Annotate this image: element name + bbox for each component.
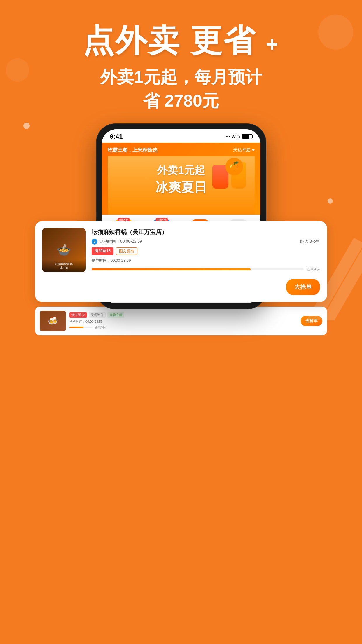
status-bar: 9:41 ▪▪▪ WiFi (102, 129, 260, 143)
progress-bar (92, 268, 304, 270)
app-header-banner: 吃霸王餐，上米粒甄选 天钻华庭 外卖1元起 冰爽夏日 (102, 143, 260, 215)
status-time: 9:41 (110, 133, 123, 140)
second-progress-fill (69, 327, 83, 328)
second-progress-label: 还剩5份 (95, 325, 106, 329)
app-header-top: 吃霸王餐，上米粒甄选 天钻华庭 (108, 147, 255, 153)
app-header-slogan: 吃霸王餐，上米粒甄选 (108, 147, 157, 153)
restaurant-thumb: 🍲 坛猫麻辣香锅味才好 (42, 228, 86, 272)
wifi-icon: WiFi (232, 134, 240, 139)
app-hero-banner: 外卖1元起 冰爽夏日 🍊 (108, 156, 255, 215)
hero-title: 点外卖 更省 + (12, 23, 350, 58)
activity-time: 活动时间：00:00-23:59 (100, 239, 142, 244)
restaurant-thumb-overlay: 坛猫麻辣香锅味才好 (42, 260, 86, 272)
restaurant-thumb-text: 坛猫麻辣香锅味才好 (44, 262, 83, 270)
location-btn[interactable]: 天钻华庭 (233, 147, 255, 153)
ele-icon: e (92, 239, 97, 245)
battery-icon (242, 134, 252, 139)
restaurant-info: 坛猫麻辣香锅（吴江万宝店） e 活动时间：00:00-23:59 距离 3公里 … (92, 228, 320, 272)
restaurant-name: 坛猫麻辣香锅（吴江万宝店） (92, 228, 320, 236)
progress-fill (92, 268, 251, 270)
snatch-btn[interactable]: 去抢单 (286, 279, 320, 295)
second-progress-bar (69, 327, 93, 328)
restaurant-card-inner: 🍲 坛猫麻辣香锅味才好 坛猫麻辣香锅（吴江万宝店） e 活动时间：00:00-2… (35, 221, 327, 279)
snatch-time: 抢单时间：00:00-23:59 (92, 258, 320, 263)
restaurant-card-popup: 🍲 坛猫麻辣香锅味才好 坛猫麻辣香锅（吴江万宝店） e 活动时间：00:00-2… (35, 221, 327, 302)
progress-row: 还剩4份 (92, 267, 320, 272)
tag-row: 满20返15 图文反馈 (92, 247, 320, 255)
fruit-drinks-decoration: 🍊 (205, 159, 252, 206)
distance: 距离 3公里 (300, 239, 320, 244)
hero-subtitle: 外卖1元起，每月预计 省 2780元 (12, 65, 350, 112)
battery-fill (242, 135, 249, 139)
orange-slice-icon: 🍊 (225, 158, 243, 175)
tag-feedback: 图文反馈 (116, 247, 137, 255)
restaurant-meta: e 活动时间：00:00-23:59 距离 3公里 (92, 239, 320, 245)
progress-label: 还剩4份 (307, 267, 320, 272)
signal-icon: ▪▪▪ (226, 134, 230, 139)
status-icons: ▪▪▪ WiFi (226, 134, 252, 139)
tag-cashback: 满20返15 (92, 247, 113, 255)
second-progress: 还剩5份 (69, 325, 297, 329)
chevron-down-icon (252, 149, 255, 151)
